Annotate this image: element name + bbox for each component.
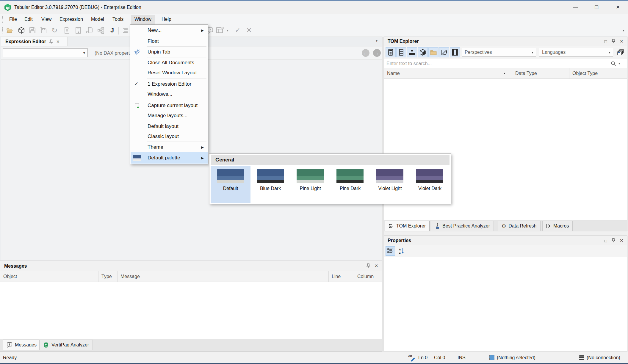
copy-document-icon[interactable] [85,26,94,35]
menu-item-unpin-tab[interactable]: Unpin Tab [131,47,208,57]
alphabetical-sort-button[interactable]: A Z [397,246,406,256]
palette-option-pine-light[interactable]: Pine Light [290,166,330,203]
perspectives-dropdown[interactable]: Perspectives ▾ [462,48,536,57]
menu-expression[interactable]: Expression [56,15,86,24]
menu-item-reset-window-layout[interactable]: Reset Window Layout [131,68,208,78]
navigate-forward-icon[interactable]: → [373,49,381,57]
layout-dropdown-icon[interactable]: ▾ [225,26,230,35]
column-type[interactable]: Type [98,271,118,282]
properties-body[interactable] [384,257,627,352]
menu-tools[interactable]: Tools [109,15,127,24]
pin-icon[interactable] [611,39,616,43]
format-align-icon[interactable] [121,26,130,35]
pin-icon[interactable] [366,263,370,268]
menu-view[interactable]: View [38,15,55,24]
menu-window[interactable]: Window [131,15,155,24]
column-data-type[interactable]: Data Type [512,68,569,79]
column-line[interactable]: Line [329,271,354,282]
close-window-button[interactable]: ✕ [610,1,625,13]
show-hidden-toggle[interactable] [439,47,449,57]
restore-panel-icon[interactable]: □ [602,38,610,45]
categorized-view-button[interactable] [386,246,395,256]
close-tab-icon[interactable]: ✕ [56,39,60,44]
rows-icon [399,49,404,56]
tom-search-input[interactable] [384,59,607,68]
minimize-button[interactable]: — [568,1,583,13]
column-object-type[interactable]: Object Type [569,68,627,79]
maximize-button[interactable]: □ [589,1,604,13]
tab-best-practice-analyzer[interactable]: Best Practice Analyzer [431,221,494,231]
menu-item-close-all-documents[interactable]: Close All Documents [131,58,208,68]
toolbar-overflow-icon[interactable]: ▾ [621,27,627,34]
message-bubble-icon [7,342,12,348]
dax-script-icon[interactable]: J [108,26,117,35]
show-columns-toggle[interactable] [396,47,406,57]
show-measures-toggle[interactable] [386,47,396,57]
menu-item-1-expression-editor[interactable]: ✓ 1 Expression Editor [131,79,208,89]
palette-option-blue-dark[interactable]: Blue Dark [250,166,290,203]
menu-item-float[interactable]: Float [131,36,208,46]
languages-dropdown[interactable]: Languages ▾ [539,48,613,57]
model-tree-icon[interactable] [96,26,105,35]
open-file-icon[interactable] [5,26,14,35]
tab-vertipaq-analyzer[interactable]: VertiPaq Analyzer [39,340,93,350]
close-panel-icon[interactable]: ✕ [620,39,624,44]
tab-tom-explorer[interactable]: TOM Explorer [385,221,430,231]
cascade-windows-icon[interactable] [616,48,625,57]
close-panel-icon[interactable]: ✕ [620,238,624,243]
column-object[interactable]: Object [0,271,98,282]
pin-icon[interactable] [49,40,53,44]
menu-item-windows[interactable]: Windows... [131,89,208,99]
cube-icon [419,49,426,56]
layout-window-icon[interactable] [215,26,224,35]
close-panel-icon[interactable]: ✕ [375,263,378,269]
document-icon[interactable] [62,26,71,35]
refresh-icon[interactable]: ↻ [50,26,59,35]
show-partitions-toggle[interactable] [418,47,428,57]
apply-check-icon[interactable]: ✓ [233,26,242,35]
pin-icon[interactable] [611,238,616,243]
svg-text:AB: AB [408,354,412,357]
tab-messages[interactable]: Messages [3,340,40,350]
column-column[interactable]: Column [354,271,382,282]
tab-macros[interactable]: Macros [542,221,573,231]
menu-item-new[interactable]: New... ▶ [131,25,208,35]
show-folders-toggle[interactable] [428,47,438,57]
tab-data-refresh[interactable]: ⚙ Data Refresh [498,221,541,231]
dax-property-combobox[interactable]: ▾ [3,48,88,57]
check-icon: ✓ [134,79,138,89]
palette-option-pine-dark[interactable]: Pine Dark [330,166,370,203]
deploy-cube-icon[interactable] [17,26,26,35]
macro-play-icon [546,224,551,228]
menu-model[interactable]: Model [88,15,107,24]
menu-item-default-palette[interactable]: Default palette ▶ [131,152,208,164]
menu-item-theme[interactable]: Theme ▶ [131,142,208,152]
menu-item-capture-current-layout[interactable]: Capture current layout [131,101,208,111]
script-document-icon[interactable] [74,26,83,35]
save-as-icon[interactable] [39,26,48,35]
menu-item-classic-layout[interactable]: Classic layout [131,131,208,142]
search-options-dropdown-icon[interactable]: ▾ [618,62,620,65]
navigate-back-icon[interactable]: ← [362,49,369,57]
palette-option-violet-dark[interactable]: Violet Dark [410,166,450,203]
menu-item-default-layout[interactable]: Default layout [131,121,208,131]
messages-list-body[interactable] [0,282,382,339]
restore-panel-icon[interactable]: □ [602,237,610,244]
save-icon[interactable] [28,26,37,35]
palette-submenu-popup: General Default Blue Dark [209,153,451,204]
palette-option-default[interactable]: Default [211,166,250,203]
menu-file[interactable]: File [6,15,20,24]
panel-menu-dropdown-icon[interactable]: ▾ [376,39,378,43]
menu-help[interactable]: Help [158,15,175,24]
menu-item-manage-layouts[interactable]: Manage layouts... [131,111,208,121]
palette-swatch [217,169,244,183]
show-column-view-toggle[interactable] [450,47,460,57]
show-hierarchies-toggle[interactable] [407,47,417,57]
column-message[interactable]: Message [118,271,329,282]
palette-option-violet-light[interactable]: Violet Light [370,166,410,203]
column-name[interactable]: Name ▲ [384,68,512,79]
search-icon[interactable] [611,61,616,66]
tab-expression-editor[interactable]: Expression Editor ✕ [1,37,68,46]
cancel-x-icon[interactable]: ✕ [245,26,253,35]
menu-edit[interactable]: Edit [21,15,36,24]
